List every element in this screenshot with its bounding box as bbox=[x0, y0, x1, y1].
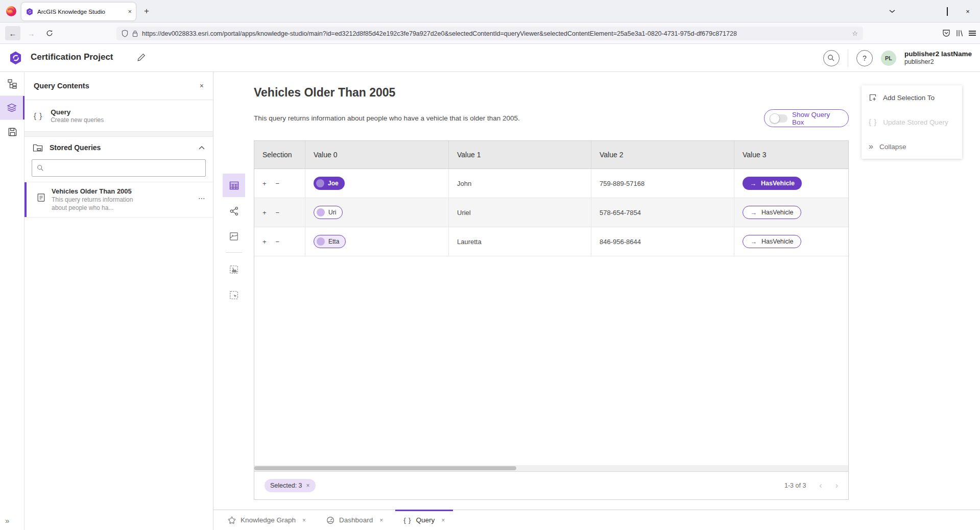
query-item[interactable]: { } Query Create new queries bbox=[25, 100, 213, 132]
scrollbar-thumb[interactable] bbox=[254, 466, 516, 470]
show-query-box-toggle[interactable]: Show Query Box bbox=[764, 109, 849, 127]
entity-pill[interactable]: Joe bbox=[314, 177, 345, 190]
menu-item-update-stored-query[interactable]: { } Update Stored Query bbox=[862, 110, 962, 134]
project-title: Certification Project bbox=[31, 52, 113, 62]
cell-value1[interactable]: Lauretta bbox=[449, 227, 591, 256]
folder-icon bbox=[33, 143, 43, 152]
relationship-pill[interactable]: →HasVehicle bbox=[743, 235, 801, 248]
tab-close-icon[interactable]: × bbox=[128, 8, 132, 15]
arrow-right-icon: → bbox=[750, 180, 756, 187]
edit-title-icon[interactable] bbox=[137, 53, 146, 62]
content-tabbar: Knowledge Graph × Dashboard × { } Query … bbox=[213, 510, 980, 530]
col-header-value2: Value 2 bbox=[591, 141, 734, 168]
entity-pill[interactable]: Etta bbox=[314, 235, 346, 248]
window-maximize-button[interactable] bbox=[937, 8, 958, 15]
lock-icon[interactable] bbox=[132, 30, 138, 37]
contents-layers-icon[interactable] bbox=[0, 96, 25, 119]
tab-knowledge-graph[interactable]: Knowledge Graph × bbox=[220, 510, 314, 530]
tracking-protection-icon[interactable] bbox=[122, 30, 128, 37]
add-selection-icon bbox=[869, 93, 877, 102]
map-view-icon[interactable] bbox=[223, 225, 245, 248]
tab-close-icon[interactable]: × bbox=[379, 517, 383, 524]
table-row: + − Uri Uriel 578-654-7854 →HasVehicle bbox=[254, 198, 848, 227]
row-select-add-button[interactable]: + bbox=[262, 180, 267, 187]
user-name: publisher2 lastName bbox=[904, 50, 972, 58]
page-title: Vehicles Older Than 2005 bbox=[254, 86, 395, 100]
menu-icon[interactable] bbox=[969, 31, 976, 36]
result-actions-menu: Add Selection To { } Update Stored Query… bbox=[862, 85, 962, 159]
row-select-add-button[interactable]: + bbox=[262, 209, 267, 216]
back-button[interactable]: ← bbox=[5, 26, 20, 40]
library-icon[interactable] bbox=[955, 29, 964, 37]
row-select-remove-button[interactable]: − bbox=[276, 180, 280, 187]
page-description: This query returns information about peo… bbox=[254, 114, 520, 122]
query-item-title: Query bbox=[51, 108, 104, 116]
avatar[interactable]: PL bbox=[881, 51, 896, 66]
cell-value1[interactable]: Uriel bbox=[449, 198, 591, 227]
link-chart-icon[interactable] bbox=[223, 199, 245, 223]
stored-query-options-icon[interactable]: ⋯ bbox=[198, 187, 206, 212]
save-icon[interactable] bbox=[0, 120, 25, 143]
bookmark-star-icon[interactable]: ☆ bbox=[852, 30, 858, 37]
cell-value2[interactable]: 759-889-57168 bbox=[591, 169, 734, 198]
stored-queries-search-input[interactable] bbox=[48, 164, 201, 172]
tab-close-icon[interactable]: × bbox=[302, 517, 306, 524]
url-bar[interactable]: https://dev0028833.esri.com/portal/apps/… bbox=[116, 27, 863, 40]
cell-value1[interactable]: John bbox=[449, 169, 591, 198]
chevron-up-icon[interactable] bbox=[199, 146, 205, 150]
tab-close-icon[interactable]: × bbox=[441, 517, 445, 524]
window-close-button[interactable]: × bbox=[958, 8, 978, 15]
knowledge-graph-icon bbox=[228, 516, 236, 524]
forward-button[interactable]: → bbox=[23, 26, 39, 40]
stored-query-item[interactable]: Vehicles Older Than 2005 This query retu… bbox=[25, 182, 213, 218]
expand-rail-icon[interactable]: » bbox=[5, 516, 9, 525]
browser-tab[interactable]: ArcGIS Knowledge Studio × bbox=[21, 3, 136, 20]
menu-item-add-selection-to[interactable]: Add Selection To bbox=[862, 85, 962, 110]
help-button[interactable]: ? bbox=[856, 50, 873, 66]
pocket-icon[interactable] bbox=[942, 29, 950, 37]
row-select-add-button[interactable]: + bbox=[262, 238, 267, 246]
tab-query[interactable]: { } Query × bbox=[395, 510, 453, 530]
panel-close-icon[interactable]: × bbox=[200, 82, 204, 90]
site-favicon bbox=[26, 8, 34, 16]
tab-dashboard[interactable]: Dashboard × bbox=[318, 510, 391, 530]
entity-dot-icon bbox=[317, 237, 325, 246]
entity-dot-icon bbox=[317, 208, 325, 216]
add-to-map-icon[interactable] bbox=[223, 258, 245, 281]
search-button[interactable] bbox=[823, 50, 840, 66]
horizontal-scrollbar[interactable] bbox=[254, 465, 848, 471]
url-text[interactable]: https://dev0028833.esri.com/portal/apps/… bbox=[142, 30, 848, 37]
toggle-switch[interactable] bbox=[771, 114, 787, 123]
cell-value2[interactable]: 578-654-7854 bbox=[591, 198, 734, 227]
selected-count-chip[interactable]: Selected: 3 × bbox=[265, 479, 316, 492]
knowledge-studio-logo bbox=[8, 51, 23, 65]
cell-value2[interactable]: 846-956-8644 bbox=[591, 227, 734, 256]
row-select-remove-button[interactable]: − bbox=[276, 238, 280, 246]
user-username: publisher2 bbox=[904, 58, 972, 66]
entity-pill[interactable]: Uri bbox=[314, 206, 343, 219]
relationship-pill[interactable]: →HasVehicle bbox=[743, 206, 801, 219]
stored-queries-searchbox[interactable] bbox=[32, 159, 206, 177]
stored-queries-header[interactable]: Stored Queries bbox=[25, 137, 213, 158]
clear-selection-icon[interactable]: × bbox=[306, 482, 310, 489]
relationship-pill[interactable]: →HasVehicle bbox=[743, 177, 802, 190]
left-rail: » bbox=[0, 72, 25, 530]
firefox-icon[interactable] bbox=[5, 5, 17, 17]
table-footer: Selected: 3 × 1-3 of 3 ‹ › bbox=[254, 471, 848, 499]
page-next-button[interactable]: › bbox=[835, 481, 838, 490]
data-model-icon[interactable] bbox=[0, 72, 25, 95]
list-tabs-icon[interactable] bbox=[882, 9, 902, 13]
selection-tool-icon[interactable] bbox=[223, 283, 245, 307]
col-header-value1: Value 1 bbox=[449, 141, 591, 168]
stored-queries-title: Stored Queries bbox=[50, 143, 192, 152]
row-select-remove-button[interactable]: − bbox=[276, 209, 280, 216]
query-contents-panel: Query Contents × { } Query Create new qu… bbox=[25, 72, 213, 530]
reload-button[interactable] bbox=[42, 26, 57, 40]
page-previous-button[interactable]: ‹ bbox=[819, 481, 822, 490]
braces-icon: { } bbox=[403, 516, 411, 524]
menu-item-collapse[interactable]: » Collapse bbox=[862, 134, 962, 159]
table-view-icon[interactable] bbox=[223, 174, 245, 197]
braces-icon: { } bbox=[34, 111, 42, 120]
stored-query-doc-icon bbox=[37, 187, 45, 212]
new-tab-button[interactable]: + bbox=[144, 6, 149, 16]
